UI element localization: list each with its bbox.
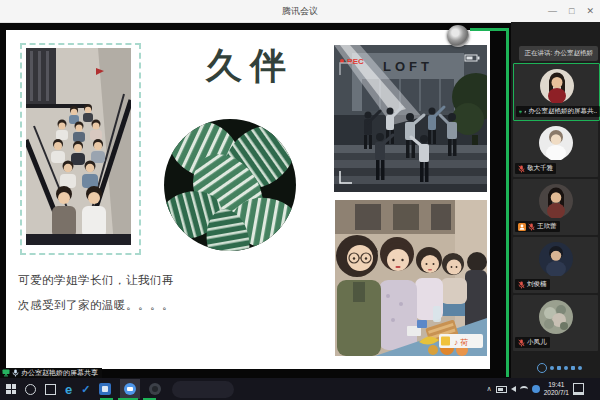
clock-date: 2020/7/1 <box>544 389 569 397</box>
mic-on-icon <box>524 108 527 116</box>
participants-sidebar: 正在讲话: 办公室赵艳娇 办公室赵艳娇的屏幕共.. <box>511 22 600 378</box>
participant-name: 敬大千雅 <box>527 164 553 173</box>
system-tray: ∧ 19:41 2020/7/1 <box>487 378 584 400</box>
host-badge-icon <box>518 223 526 231</box>
recorder-toolbar[interactable] <box>537 363 582 373</box>
start-button-icon[interactable] <box>6 384 16 394</box>
photo-stairs-group <box>26 48 131 245</box>
share-border-right <box>506 28 509 377</box>
battery-icon[interactable] <box>496 386 507 393</box>
leaf-circle-image <box>164 119 296 251</box>
window-title: 腾讯会议 <box>0 0 600 22</box>
blue-app-icon[interactable] <box>99 383 111 395</box>
mic-muted-icon <box>528 223 535 231</box>
maximize-button[interactable]: □ <box>569 6 574 16</box>
caption-line-2: 次感受到了家的温暖。。。。 <box>18 293 228 318</box>
rec-indicator-text: REC <box>347 57 364 66</box>
caption-line-1: 可爱的学姐学长们，让我们再 <box>18 268 228 293</box>
participant-nameplate: 办公室赵艳娇的屏幕共.. <box>516 106 600 117</box>
loft-sign-text: LOFT <box>383 59 433 74</box>
toolbar-dot-icon[interactable] <box>564 366 568 370</box>
slide-title: 久伴 <box>200 42 300 91</box>
slide-caption: 可爱的学姐学长们，让我们再 次感受到了家的温暖。。。。 <box>18 268 228 318</box>
running-app-indicator <box>118 398 138 400</box>
checkmark-app-icon[interactable]: ✓ <box>81 383 90 396</box>
tray-expand-icon[interactable]: ∧ <box>487 385 492 393</box>
participant-nameplate: 王欣蕾 <box>515 221 560 232</box>
mic-muted-icon <box>518 281 525 289</box>
participant-name: 小凤儿 <box>527 338 547 347</box>
participant-tile[interactable]: 小凤儿 <box>513 295 598 351</box>
taskbar-clock[interactable]: 19:41 2020/7/1 <box>544 381 569 397</box>
mic-on-icon <box>12 369 19 377</box>
participant-nameplate: 小凤儿 <box>515 337 550 348</box>
minimize-button[interactable]: — <box>548 6 557 16</box>
network-icon[interactable] <box>520 386 528 393</box>
speaking-banner: 正在讲话: 办公室赵艳娇 <box>519 46 598 61</box>
webcam-lens-overlay <box>447 25 469 47</box>
share-indicator-text: 办公室赵艳娇的屏幕共享 <box>21 368 98 378</box>
meeting-tray-icon[interactable] <box>532 385 540 393</box>
avatar <box>539 184 573 218</box>
clock-time: 19:41 <box>544 381 569 389</box>
close-button[interactable]: ✕ <box>586 6 594 16</box>
edge-browser-icon[interactable]: e <box>65 383 72 396</box>
tencent-meeting-taskbar-icon[interactable] <box>120 379 140 399</box>
stair-photo-frame <box>20 43 141 255</box>
mic-muted-icon <box>518 165 525 173</box>
window-controls: — □ ✕ <box>548 0 594 22</box>
avatar <box>539 126 573 160</box>
photo-dinner-selfie: ♪ 荷 <box>335 200 487 356</box>
avatar <box>540 69 574 103</box>
participant-name: 王欣蕾 <box>537 222 557 231</box>
task-view-icon[interactable] <box>45 384 56 395</box>
photo-watermark: ♪ 荷 <box>454 338 468 347</box>
avatar <box>539 300 573 334</box>
screen-share-icon <box>519 108 522 116</box>
participant-tile[interactable]: 王欣蕾 <box>513 179 598 235</box>
participant-name: 刘俊楠 <box>527 280 547 289</box>
running-app-indicator <box>143 398 156 400</box>
speaker-icon[interactable] <box>511 386 516 392</box>
camera-app-icon[interactable] <box>149 383 161 395</box>
toolbar-dot-icon[interactable] <box>578 366 582 370</box>
photo-loft-night: LOFT REC <box>334 45 487 192</box>
toolbar-dot-icon[interactable] <box>557 366 561 370</box>
participant-nameplate: 敬大千雅 <box>515 163 556 174</box>
participant-tile[interactable]: 敬大千雅 <box>513 121 598 177</box>
screen-share-icon <box>2 369 10 377</box>
participant-name: 办公室赵艳娇的屏幕共.. <box>528 107 597 116</box>
recorder-icon[interactable] <box>537 363 547 373</box>
running-app-indicator <box>100 398 113 400</box>
action-center-icon[interactable] <box>573 383 584 395</box>
screen-share-indicator: 办公室赵艳娇的屏幕共享 <box>0 368 102 378</box>
avatar <box>539 242 573 276</box>
participant-tile[interactable]: 刘俊楠 <box>513 237 598 293</box>
taskbar-icons: e ✓ <box>6 378 161 400</box>
cortana-icon[interactable] <box>25 384 36 395</box>
share-border-top <box>470 28 509 31</box>
participant-nameplate: 刘俊楠 <box>515 279 550 290</box>
participant-tile[interactable]: 办公室赵艳娇的屏幕共.. <box>513 63 600 121</box>
toolbar-dot-icon[interactable] <box>550 366 554 370</box>
app-window: 腾讯会议 — □ ✕ 久伴 <box>0 0 600 400</box>
mic-muted-icon <box>518 339 525 347</box>
shared-screen-slide: 久伴 <box>6 30 490 369</box>
toolbar-dot-icon[interactable] <box>571 366 575 370</box>
taskbar-docked-item[interactable] <box>172 381 234 398</box>
